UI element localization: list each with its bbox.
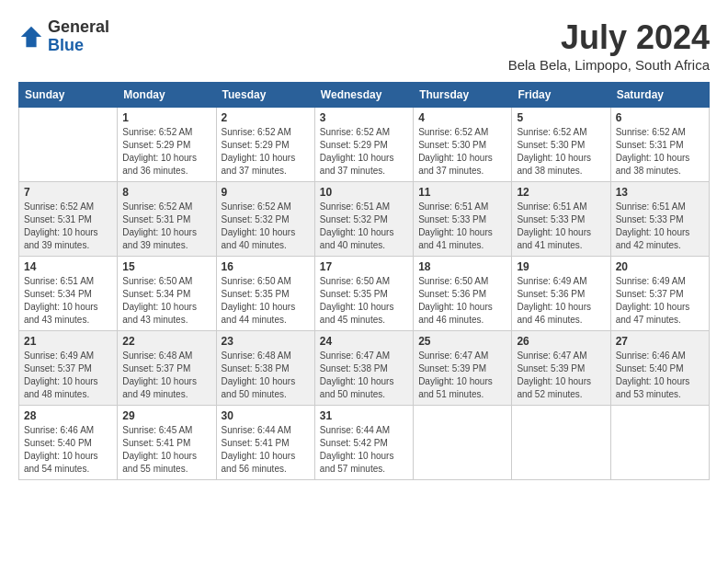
- day-info: Sunrise: 6:50 AM Sunset: 5:35 PM Dayligh…: [222, 275, 310, 327]
- calendar-cell: 12Sunrise: 6:51 AM Sunset: 5:33 PM Dayli…: [512, 182, 610, 257]
- day-info: Sunrise: 6:45 AM Sunset: 5:41 PM Dayligh…: [122, 424, 210, 476]
- day-info: Sunrise: 6:52 AM Sunset: 5:30 PM Dayligh…: [517, 126, 605, 178]
- day-number: 7: [24, 186, 112, 199]
- day-number: 5: [517, 111, 605, 124]
- day-number: 26: [517, 335, 605, 348]
- logo-icon: [18, 24, 44, 50]
- calendar-week-row: 1Sunrise: 6:52 AM Sunset: 5:29 PM Daylig…: [19, 108, 710, 182]
- day-info: Sunrise: 6:46 AM Sunset: 5:40 PM Dayligh…: [24, 424, 112, 476]
- day-number: 13: [616, 186, 704, 199]
- calendar-week-row: 21Sunrise: 6:49 AM Sunset: 5:37 PM Dayli…: [19, 331, 710, 406]
- header-monday: Monday: [118, 83, 216, 108]
- day-number: 9: [222, 186, 310, 199]
- day-number: 30: [222, 409, 310, 422]
- header-wednesday: Wednesday: [314, 83, 413, 108]
- day-info: Sunrise: 6:51 AM Sunset: 5:33 PM Dayligh…: [517, 201, 605, 252]
- day-info: Sunrise: 6:51 AM Sunset: 5:32 PM Dayligh…: [320, 201, 408, 252]
- calendar-cell: 30Sunrise: 6:44 AM Sunset: 5:41 PM Dayli…: [216, 406, 314, 480]
- calendar-cell: [414, 406, 512, 480]
- day-info: Sunrise: 6:52 AM Sunset: 5:30 PM Dayligh…: [418, 126, 506, 178]
- day-number: 28: [24, 409, 112, 422]
- calendar-cell: 22Sunrise: 6:48 AM Sunset: 5:37 PM Dayli…: [118, 331, 216, 406]
- logo-blue-text: Blue: [48, 37, 109, 55]
- calendar-week-row: 14Sunrise: 6:51 AM Sunset: 5:34 PM Dayli…: [19, 257, 710, 331]
- calendar-cell: 4Sunrise: 6:52 AM Sunset: 5:30 PM Daylig…: [414, 108, 512, 182]
- month-year-title: July 2024: [508, 18, 710, 57]
- calendar-cell: 14Sunrise: 6:51 AM Sunset: 5:34 PM Dayli…: [19, 257, 118, 331]
- calendar-cell: 15Sunrise: 6:50 AM Sunset: 5:34 PM Dayli…: [118, 257, 216, 331]
- calendar-cell: 26Sunrise: 6:47 AM Sunset: 5:39 PM Dayli…: [512, 331, 610, 406]
- calendar-cell: 1Sunrise: 6:52 AM Sunset: 5:29 PM Daylig…: [118, 108, 216, 182]
- header-sunday: Sunday: [19, 83, 118, 108]
- page-header: General Blue July 2024 Bela Bela, Limpop…: [18, 18, 710, 73]
- title-section: July 2024 Bela Bela, Limpopo, South Afri…: [508, 18, 710, 73]
- day-info: Sunrise: 6:52 AM Sunset: 5:31 PM Dayligh…: [122, 201, 210, 252]
- day-number: 23: [222, 335, 310, 348]
- day-number: 31: [320, 409, 408, 422]
- calendar-cell: 16Sunrise: 6:50 AM Sunset: 5:35 PM Dayli…: [216, 257, 314, 331]
- day-info: Sunrise: 6:47 AM Sunset: 5:38 PM Dayligh…: [320, 350, 408, 401]
- calendar-cell: 31Sunrise: 6:44 AM Sunset: 5:42 PM Dayli…: [314, 406, 413, 480]
- day-info: Sunrise: 6:51 AM Sunset: 5:34 PM Dayligh…: [24, 275, 112, 327]
- header-friday: Friday: [512, 83, 610, 108]
- calendar-cell: 24Sunrise: 6:47 AM Sunset: 5:38 PM Dayli…: [314, 331, 413, 406]
- calendar-cell: 3Sunrise: 6:52 AM Sunset: 5:29 PM Daylig…: [314, 108, 413, 182]
- day-info: Sunrise: 6:52 AM Sunset: 5:31 PM Dayligh…: [24, 201, 112, 252]
- day-info: Sunrise: 6:52 AM Sunset: 5:31 PM Dayligh…: [616, 126, 704, 178]
- day-number: 20: [616, 260, 704, 273]
- day-info: Sunrise: 6:51 AM Sunset: 5:33 PM Dayligh…: [616, 201, 704, 252]
- location-subtitle: Bela Bela, Limpopo, South Africa: [508, 57, 710, 73]
- calendar-header-row: SundayMondayTuesdayWednesdayThursdayFrid…: [19, 83, 710, 108]
- calendar-cell: 18Sunrise: 6:50 AM Sunset: 5:36 PM Dayli…: [414, 257, 512, 331]
- day-info: Sunrise: 6:49 AM Sunset: 5:36 PM Dayligh…: [517, 275, 605, 327]
- calendar-cell: 13Sunrise: 6:51 AM Sunset: 5:33 PM Dayli…: [610, 182, 709, 257]
- day-info: Sunrise: 6:47 AM Sunset: 5:39 PM Dayligh…: [418, 350, 506, 401]
- calendar-cell: 19Sunrise: 6:49 AM Sunset: 5:36 PM Dayli…: [512, 257, 610, 331]
- calendar-cell: 23Sunrise: 6:48 AM Sunset: 5:38 PM Dayli…: [216, 331, 314, 406]
- calendar-cell: 20Sunrise: 6:49 AM Sunset: 5:37 PM Dayli…: [610, 257, 709, 331]
- day-number: 14: [24, 260, 112, 273]
- calendar-cell: [610, 406, 709, 480]
- day-number: 27: [616, 335, 704, 348]
- day-info: Sunrise: 6:52 AM Sunset: 5:32 PM Dayligh…: [222, 201, 310, 252]
- day-number: 25: [418, 335, 506, 348]
- day-number: 17: [320, 260, 408, 273]
- day-number: 21: [24, 335, 112, 348]
- calendar-cell: 25Sunrise: 6:47 AM Sunset: 5:39 PM Dayli…: [414, 331, 512, 406]
- day-number: 15: [122, 260, 210, 273]
- calendar-cell: 5Sunrise: 6:52 AM Sunset: 5:30 PM Daylig…: [512, 108, 610, 182]
- day-info: Sunrise: 6:44 AM Sunset: 5:42 PM Dayligh…: [320, 424, 408, 476]
- logo: General Blue: [18, 18, 109, 55]
- day-info: Sunrise: 6:50 AM Sunset: 5:34 PM Dayligh…: [122, 275, 210, 327]
- day-number: 8: [122, 186, 210, 199]
- day-info: Sunrise: 6:52 AM Sunset: 5:29 PM Dayligh…: [222, 126, 310, 178]
- calendar-table: SundayMondayTuesdayWednesdayThursdayFrid…: [18, 82, 710, 480]
- day-number: 4: [418, 111, 506, 124]
- day-info: Sunrise: 6:48 AM Sunset: 5:38 PM Dayligh…: [222, 350, 310, 401]
- day-info: Sunrise: 6:49 AM Sunset: 5:37 PM Dayligh…: [24, 350, 112, 401]
- day-number: 19: [517, 260, 605, 273]
- calendar-cell: 7Sunrise: 6:52 AM Sunset: 5:31 PM Daylig…: [19, 182, 118, 257]
- day-info: Sunrise: 6:47 AM Sunset: 5:39 PM Dayligh…: [517, 350, 605, 401]
- calendar-cell: 21Sunrise: 6:49 AM Sunset: 5:37 PM Dayli…: [19, 331, 118, 406]
- day-number: 11: [418, 186, 506, 199]
- day-number: 6: [616, 111, 704, 124]
- day-info: Sunrise: 6:46 AM Sunset: 5:40 PM Dayligh…: [616, 350, 704, 401]
- calendar-cell: 28Sunrise: 6:46 AM Sunset: 5:40 PM Dayli…: [19, 406, 118, 480]
- header-thursday: Thursday: [414, 83, 512, 108]
- day-number: 12: [517, 186, 605, 199]
- day-number: 22: [122, 335, 210, 348]
- day-number: 16: [222, 260, 310, 273]
- day-info: Sunrise: 6:50 AM Sunset: 5:35 PM Dayligh…: [320, 275, 408, 327]
- calendar-cell: 8Sunrise: 6:52 AM Sunset: 5:31 PM Daylig…: [118, 182, 216, 257]
- calendar-cell: 9Sunrise: 6:52 AM Sunset: 5:32 PM Daylig…: [216, 182, 314, 257]
- calendar-cell: [19, 108, 118, 182]
- day-info: Sunrise: 6:52 AM Sunset: 5:29 PM Dayligh…: [122, 126, 210, 178]
- header-tuesday: Tuesday: [216, 83, 314, 108]
- header-saturday: Saturday: [610, 83, 709, 108]
- day-info: Sunrise: 6:44 AM Sunset: 5:41 PM Dayligh…: [222, 424, 310, 476]
- day-number: 3: [320, 111, 408, 124]
- day-number: 29: [122, 409, 210, 422]
- calendar-week-row: 28Sunrise: 6:46 AM Sunset: 5:40 PM Dayli…: [19, 406, 710, 480]
- logo-general-text: General: [48, 18, 109, 37]
